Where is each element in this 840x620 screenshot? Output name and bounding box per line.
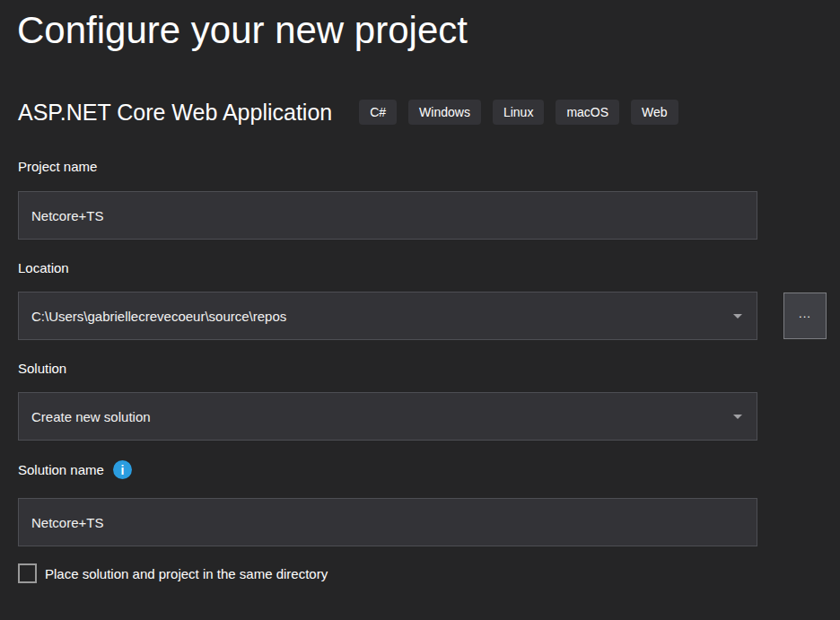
browse-button[interactable]: ... [783,293,827,339]
location-value: C:\Users\gabriellecrevecoeur\source\repo… [31,309,733,324]
page-title: Configure your new project [17,9,468,52]
chevron-down-icon [733,314,742,319]
same-directory-checkbox[interactable] [18,563,37,583]
project-name-label: Project name [18,159,97,174]
solution-combobox[interactable]: Create new solution [18,392,757,441]
location-label: Location [18,260,69,275]
solution-name-input[interactable] [18,498,757,546]
solution-value: Create new solution [31,409,733,424]
template-info-row: ASP.NET Core Web Application C# Windows … [18,97,690,127]
solution-name-label: Solution name [18,462,104,477]
same-directory-option-row: Place solution and project in the same d… [18,563,328,583]
tag-web: Web [631,100,678,125]
location-combobox[interactable]: C:\Users\gabriellecrevecoeur\source\repo… [18,292,757,340]
solution-name-label-row: Solution name i [18,460,132,479]
configure-project-page: { "page": { "title": "Configure your new… [0,0,840,620]
tag-csharp: C# [359,100,397,125]
template-name: ASP.NET Core Web Application [18,100,332,126]
tag-windows: Windows [408,100,481,125]
info-icon[interactable]: i [113,460,132,479]
solution-label: Solution [18,361,66,376]
tag-linux: Linux [493,100,544,125]
same-directory-label[interactable]: Place solution and project in the same d… [45,566,328,581]
chevron-down-icon [733,415,742,419]
project-name-input[interactable] [18,191,757,240]
tag-macos: macOS [556,100,619,125]
